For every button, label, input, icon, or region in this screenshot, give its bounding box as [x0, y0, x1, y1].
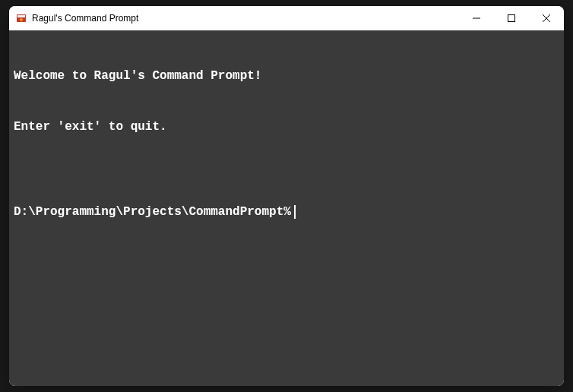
terminal-prompt-line: D:\Programming\Projects\CommandPrompt% — [14, 204, 559, 220]
app-icon — [15, 12, 27, 24]
maximize-icon — [508, 14, 515, 22]
terminal-prompt: D:\Programming\Projects\CommandPrompt% — [14, 204, 291, 220]
titlebar[interactable]: Ragul's Command Prompt — [9, 6, 564, 30]
application-window: Ragul's Command Prompt Welcome to Ragul' — [9, 6, 564, 386]
terminal-area[interactable]: Welcome to Ragul's Command Prompt! Enter… — [9, 30, 564, 386]
close-icon — [543, 14, 550, 22]
terminal-cursor — [294, 205, 296, 219]
window-title: Ragul's Command Prompt — [32, 13, 459, 24]
minimize-icon — [473, 14, 480, 22]
svg-rect-1 — [17, 15, 25, 17]
maximize-button[interactable] — [494, 6, 529, 30]
window-controls — [459, 6, 564, 30]
svg-rect-4 — [508, 15, 515, 22]
minimize-button[interactable] — [459, 6, 494, 30]
terminal-output-line: Enter 'exit' to quit. — [14, 119, 559, 135]
close-button[interactable] — [529, 6, 564, 30]
svg-point-2 — [20, 18, 23, 21]
terminal-output-line: Welcome to Ragul's Command Prompt! — [14, 68, 559, 84]
